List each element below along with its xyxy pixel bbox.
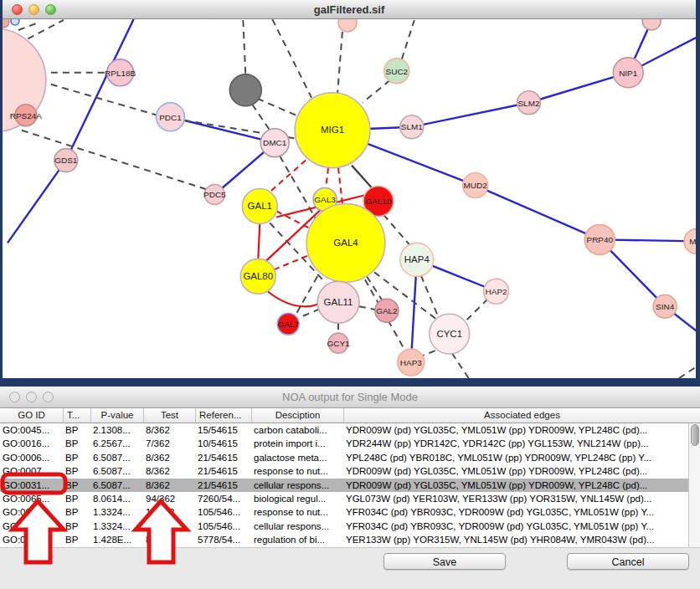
table-cell: BP bbox=[63, 437, 90, 450]
column-header-3[interactable]: Test bbox=[143, 408, 195, 423]
network-node-unlabeled[interactable] bbox=[642, 19, 661, 30]
node-label-GAL1: GAL1 bbox=[248, 201, 272, 211]
table-cell: GO:0045... bbox=[0, 423, 63, 437]
node-label-PDC1: PDC1 bbox=[159, 113, 182, 122]
network-edge-blue bbox=[476, 186, 600, 240]
table-cell: YDR009W (pd) YGL035C, YML051W (pp) YDR00… bbox=[343, 479, 688, 492]
network-node-unlabeled[interactable] bbox=[3, 19, 9, 28]
node-label-PDC5: PDC5 bbox=[203, 190, 226, 199]
table-row[interactable]: GO:0065...BP8.0614...94/3627260/54...bio… bbox=[0, 492, 688, 505]
save-button[interactable]: Save bbox=[383, 553, 506, 570]
node-label-SLM1: SLM1 bbox=[401, 122, 423, 131]
network-edge-reddash bbox=[338, 168, 342, 205]
network-edge-dash bbox=[383, 214, 410, 245]
table-cell: GO:0065... bbox=[0, 492, 63, 505]
table-cell: 21/54615 bbox=[195, 479, 251, 492]
zoom-button[interactable] bbox=[45, 4, 56, 15]
network-edge-red bbox=[266, 290, 319, 306]
table-row[interactable]: GO:0007...BP6.5087...8/36221/54615respon… bbox=[0, 464, 688, 478]
node-label-GAL3: GAL3 bbox=[314, 195, 336, 204]
network-node-unlabeled[interactable] bbox=[229, 74, 261, 106]
column-header-1[interactable]: T... bbox=[63, 408, 90, 423]
table-cell: 6.2567... bbox=[90, 437, 143, 450]
table-cell: 1.428E... bbox=[90, 533, 143, 546]
table-cell: 1.3324... bbox=[90, 505, 143, 519]
close-button[interactable] bbox=[9, 392, 20, 402]
network-node-unlabeled[interactable] bbox=[338, 19, 357, 32]
network-edge-dash bbox=[272, 19, 311, 98]
node-label-SUC2: SUC2 bbox=[386, 67, 409, 76]
table-row[interactable]: GO:0031...BP1.3324...11/362105/546...res… bbox=[0, 505, 688, 519]
close-button[interactable] bbox=[12, 4, 23, 15]
network-edge-blue bbox=[412, 103, 529, 127]
network-edge-reddash bbox=[326, 168, 328, 189]
network-edge-dash bbox=[363, 80, 390, 103]
noa-window-title: NOA output for Single Mode bbox=[0, 391, 700, 403]
zoom-button[interactable] bbox=[43, 392, 54, 402]
table-scrollbar[interactable] bbox=[688, 423, 700, 547]
column-header-2[interactable]: P-value bbox=[90, 408, 143, 423]
table-cell: 7/362 bbox=[143, 437, 195, 450]
table-cell: protein import i... bbox=[251, 437, 343, 450]
table-row[interactable]: GO:0031...BP1.3324...11/362105/546...cel… bbox=[0, 520, 688, 533]
table-cell: YFR034C (pd) YBR093C, YDR009W (pd) YGL03… bbox=[343, 520, 688, 533]
minimize-button[interactable] bbox=[28, 4, 39, 15]
network-edge-dash bbox=[467, 299, 488, 320]
table-cell: GO:0007... bbox=[0, 464, 63, 478]
table-row[interactable]: GO:0045...BP2.1308...8/36215/54615carbon… bbox=[0, 423, 688, 437]
table-cell: 11/362 bbox=[143, 520, 195, 533]
network-edge-dash bbox=[22, 131, 207, 190]
table-row-selected[interactable]: GO:0031...BP6.5087...8/36221/54615cellul… bbox=[0, 479, 688, 492]
table-cell: YFR034C (pd) YBR093C, YDR009W (pd) YGL03… bbox=[343, 505, 688, 519]
table-cell: 8.0614... bbox=[90, 492, 143, 505]
table-cell: 80/362 bbox=[143, 533, 195, 546]
table-cell: YGL073W (pd) YER103W, YER133W (pp) YOR31… bbox=[343, 492, 688, 505]
network-node-unlabeled[interactable] bbox=[11, 19, 19, 25]
table-row[interactable]: GO:0016...BP6.2567...7/36210/54615protei… bbox=[0, 437, 688, 450]
network-edge-dash bbox=[679, 365, 696, 378]
network-edge-dark bbox=[352, 166, 373, 189]
table-cell: 10/54615 bbox=[195, 437, 251, 450]
node-label-CYC1: CYC1 bbox=[436, 329, 462, 339]
network-edge-blue bbox=[8, 161, 66, 243]
node-label-DMC1: DMC1 bbox=[263, 138, 287, 147]
noa-table-body: GO:0045...BP2.1308...8/36215/54615carbon… bbox=[0, 423, 688, 547]
table-row[interactable]: GO:0006...BP6.5087...8/36221/54615galact… bbox=[0, 451, 688, 464]
table-cell: 2.1308... bbox=[90, 423, 143, 437]
column-header-5[interactable]: Desciption bbox=[251, 408, 343, 423]
screen: galFiltered.sif RPL18BRPS24AGDS1PDC1PDC5… bbox=[0, 0, 700, 589]
network-edge-dash bbox=[243, 20, 245, 75]
column-header-4[interactable]: Referen... bbox=[195, 408, 251, 423]
network-window-title: galFiltered.sif bbox=[3, 3, 696, 16]
table-cell: 8/362 bbox=[143, 464, 195, 478]
node-label-SIN4: SIN4 bbox=[656, 302, 675, 311]
scrollbar-thumb[interactable] bbox=[691, 424, 699, 446]
table-cell: response to nut... bbox=[251, 505, 343, 519]
node-label-SLM2: SLM2 bbox=[517, 99, 539, 108]
network-edge-dash bbox=[51, 85, 157, 115]
noa-window: NOA output for Single Mode GO IDT...P-va… bbox=[0, 387, 700, 589]
minimize-button[interactable] bbox=[26, 392, 37, 402]
table-cell: 21/54615 bbox=[195, 451, 251, 464]
table-row[interactable]: GO:0050...BP1.428E...80/3625778/54...reg… bbox=[0, 533, 688, 546]
network-graph[interactable]: RPL18BRPS24AGDS1PDC1PDC5MIG1DMC1SLM1SUC2… bbox=[3, 19, 696, 378]
node-label-MUD2: MUD2 bbox=[464, 181, 488, 190]
table-cell: 1.3324... bbox=[90, 520, 143, 533]
noa-titlebar[interactable]: NOA output for Single Mode bbox=[0, 387, 700, 408]
column-header-0[interactable]: GO ID bbox=[0, 408, 63, 423]
network-edge-blue bbox=[66, 19, 134, 161]
node-label-GCY1: GCY1 bbox=[327, 339, 350, 348]
network-titlebar[interactable]: galFiltered.sif bbox=[3, 0, 696, 19]
table-cell: 8/362 bbox=[143, 423, 195, 437]
table-cell: BP bbox=[63, 451, 90, 464]
table-cell: GO:0006... bbox=[0, 451, 63, 464]
cancel-button[interactable]: Cancel bbox=[567, 553, 689, 570]
table-cell: 21/54615 bbox=[195, 464, 251, 478]
node-label-GAL2: GAL2 bbox=[376, 306, 398, 315]
column-header-6[interactable]: Associated edges bbox=[343, 408, 700, 423]
node-label-GAL80: GAL80 bbox=[243, 271, 273, 281]
node-label-RPL18B: RPL18B bbox=[105, 69, 136, 78]
network-edge-dash bbox=[359, 306, 376, 310]
table-cell: GO:0031... bbox=[0, 505, 63, 519]
node-label-HAP2: HAP2 bbox=[486, 287, 507, 296]
